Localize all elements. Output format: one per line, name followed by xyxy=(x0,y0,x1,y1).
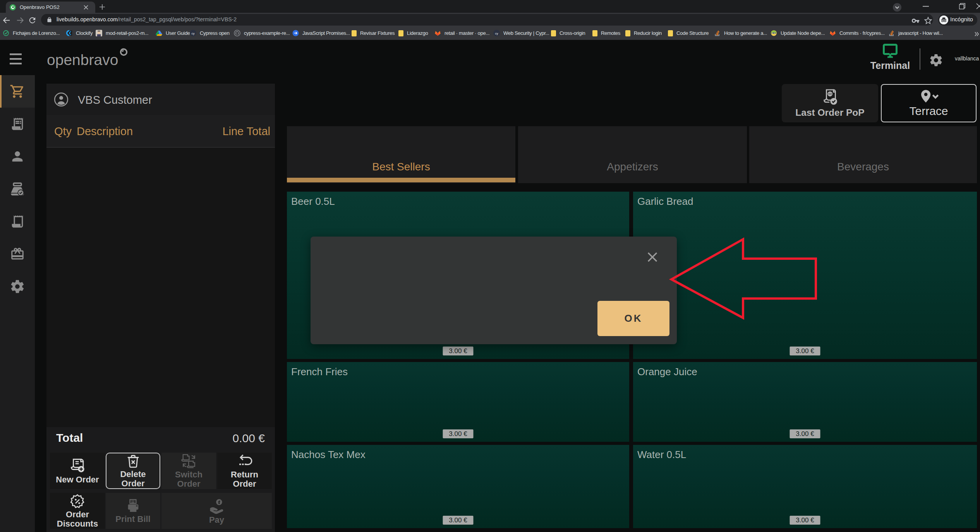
svg-text:cy: cy xyxy=(191,32,195,35)
svg-text:cy: cy xyxy=(495,32,498,35)
